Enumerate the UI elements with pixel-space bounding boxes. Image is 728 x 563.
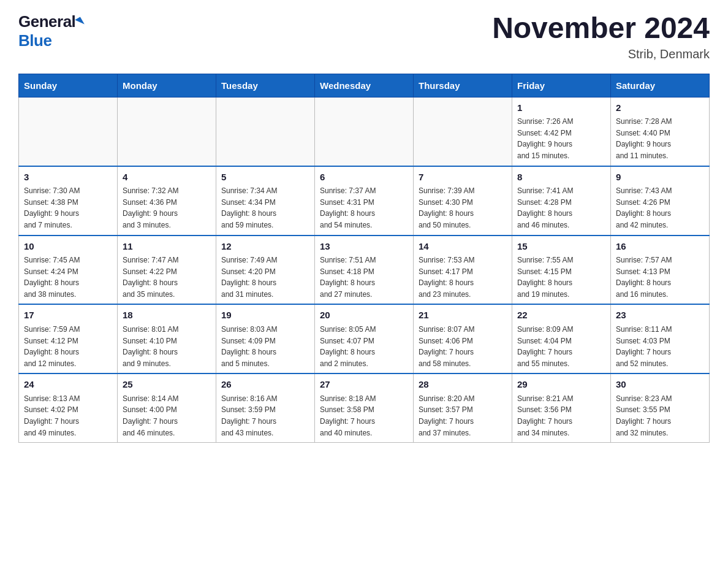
calendar-cell: 4Sunrise: 7:32 AM Sunset: 4:36 PM Daylig… <box>118 166 216 236</box>
day-info: Sunrise: 7:26 AM Sunset: 4:42 PM Dayligh… <box>517 116 605 161</box>
day-number: 18 <box>123 308 211 323</box>
logo: General Blue <box>18 12 83 50</box>
calendar-cell <box>315 97 414 166</box>
day-number: 26 <box>221 378 309 392</box>
logo-blue-text: Blue <box>18 31 51 50</box>
calendar-cell: 30Sunrise: 8:23 AM Sunset: 3:55 PM Dayli… <box>611 373 710 442</box>
day-info: Sunrise: 7:43 AM Sunset: 4:26 PM Dayligh… <box>616 185 704 231</box>
calendar-week-row: 17Sunrise: 7:59 AM Sunset: 4:12 PM Dayli… <box>19 304 710 373</box>
location: Strib, Denmark <box>492 47 710 61</box>
day-number: 2 <box>616 101 704 115</box>
calendar-header-wednesday: Wednesday <box>315 74 414 97</box>
calendar-cell: 3Sunrise: 7:30 AM Sunset: 4:38 PM Daylig… <box>19 166 118 236</box>
day-number: 30 <box>616 378 704 392</box>
day-number: 15 <box>517 240 605 254</box>
calendar-cell: 14Sunrise: 7:53 AM Sunset: 4:17 PM Dayli… <box>414 236 512 305</box>
day-number: 29 <box>517 378 605 392</box>
calendar-cell: 19Sunrise: 8:03 AM Sunset: 4:09 PM Dayli… <box>216 304 315 373</box>
calendar-cell: 26Sunrise: 8:16 AM Sunset: 3:59 PM Dayli… <box>216 373 315 442</box>
calendar-cell: 2Sunrise: 7:28 AM Sunset: 4:40 PM Daylig… <box>611 97 710 166</box>
day-number: 20 <box>320 308 408 323</box>
day-info: Sunrise: 7:32 AM Sunset: 4:36 PM Dayligh… <box>123 185 211 231</box>
calendar-cell: 20Sunrise: 8:05 AM Sunset: 4:07 PM Dayli… <box>315 304 414 373</box>
day-info: Sunrise: 7:51 AM Sunset: 4:18 PM Dayligh… <box>320 255 408 300</box>
calendar-cell: 8Sunrise: 7:41 AM Sunset: 4:28 PM Daylig… <box>512 166 611 236</box>
calendar-cell: 24Sunrise: 8:13 AM Sunset: 4:02 PM Dayli… <box>19 373 118 442</box>
calendar-cell <box>414 97 512 166</box>
day-number: 13 <box>320 240 408 254</box>
calendar-week-row: 1Sunrise: 7:26 AM Sunset: 4:42 PM Daylig… <box>19 97 710 166</box>
calendar-cell: 23Sunrise: 8:11 AM Sunset: 4:03 PM Dayli… <box>611 304 710 373</box>
day-info: Sunrise: 7:37 AM Sunset: 4:31 PM Dayligh… <box>320 185 408 231</box>
calendar-week-row: 24Sunrise: 8:13 AM Sunset: 4:02 PM Dayli… <box>19 373 710 442</box>
day-number: 14 <box>419 240 507 254</box>
day-number: 23 <box>616 308 704 323</box>
day-number: 10 <box>24 240 112 254</box>
calendar-cell: 11Sunrise: 7:47 AM Sunset: 4:22 PM Dayli… <box>118 236 216 305</box>
calendar-cell <box>19 97 118 166</box>
month-title: November 2024 <box>492 12 710 45</box>
calendar-week-row: 10Sunrise: 7:45 AM Sunset: 4:24 PM Dayli… <box>19 236 710 305</box>
day-number: 24 <box>24 378 112 392</box>
calendar-cell: 7Sunrise: 7:39 AM Sunset: 4:30 PM Daylig… <box>414 166 512 236</box>
calendar-cell: 13Sunrise: 7:51 AM Sunset: 4:18 PM Dayli… <box>315 236 414 305</box>
day-number: 21 <box>419 308 507 323</box>
day-info: Sunrise: 7:59 AM Sunset: 4:12 PM Dayligh… <box>24 324 112 369</box>
day-number: 12 <box>221 240 309 254</box>
day-info: Sunrise: 7:39 AM Sunset: 4:30 PM Dayligh… <box>419 185 507 231</box>
day-number: 3 <box>24 170 112 185</box>
calendar-cell <box>216 97 315 166</box>
calendar-header-monday: Monday <box>118 74 216 97</box>
calendar-cell: 10Sunrise: 7:45 AM Sunset: 4:24 PM Dayli… <box>19 236 118 305</box>
calendar-cell: 12Sunrise: 7:49 AM Sunset: 4:20 PM Dayli… <box>216 236 315 305</box>
day-info: Sunrise: 8:21 AM Sunset: 3:56 PM Dayligh… <box>517 393 605 439</box>
day-number: 11 <box>123 240 211 254</box>
calendar-cell: 27Sunrise: 8:18 AM Sunset: 3:58 PM Dayli… <box>315 373 414 442</box>
day-info: Sunrise: 7:49 AM Sunset: 4:20 PM Dayligh… <box>221 255 309 300</box>
logo-arrow-icon <box>75 17 85 27</box>
calendar: SundayMondayTuesdayWednesdayThursdayFrid… <box>18 74 710 443</box>
day-info: Sunrise: 7:45 AM Sunset: 4:24 PM Dayligh… <box>24 255 112 300</box>
day-info: Sunrise: 7:55 AM Sunset: 4:15 PM Dayligh… <box>517 255 605 300</box>
day-info: Sunrise: 8:23 AM Sunset: 3:55 PM Dayligh… <box>616 393 704 439</box>
day-info: Sunrise: 8:20 AM Sunset: 3:57 PM Dayligh… <box>419 393 507 439</box>
calendar-cell: 16Sunrise: 7:57 AM Sunset: 4:13 PM Dayli… <box>611 236 710 305</box>
calendar-header-friday: Friday <box>512 74 611 97</box>
day-number: 6 <box>320 170 408 185</box>
day-number: 19 <box>221 308 309 323</box>
day-info: Sunrise: 8:11 AM Sunset: 4:03 PM Dayligh… <box>616 324 704 369</box>
day-info: Sunrise: 7:57 AM Sunset: 4:13 PM Dayligh… <box>616 255 704 300</box>
day-number: 7 <box>419 170 507 185</box>
day-info: Sunrise: 8:16 AM Sunset: 3:59 PM Dayligh… <box>221 393 309 439</box>
day-number: 28 <box>419 378 507 392</box>
day-info: Sunrise: 8:09 AM Sunset: 4:04 PM Dayligh… <box>517 324 605 369</box>
day-number: 5 <box>221 170 309 185</box>
day-number: 8 <box>517 170 605 185</box>
day-number: 17 <box>24 308 112 323</box>
calendar-cell: 6Sunrise: 7:37 AM Sunset: 4:31 PM Daylig… <box>315 166 414 236</box>
calendar-header-row: SundayMondayTuesdayWednesdayThursdayFrid… <box>19 74 710 97</box>
day-info: Sunrise: 8:14 AM Sunset: 4:00 PM Dayligh… <box>123 393 211 439</box>
day-info: Sunrise: 8:01 AM Sunset: 4:10 PM Dayligh… <box>123 324 211 369</box>
calendar-header-sunday: Sunday <box>19 74 118 97</box>
calendar-header-thursday: Thursday <box>414 74 512 97</box>
calendar-cell: 28Sunrise: 8:20 AM Sunset: 3:57 PM Dayli… <box>414 373 512 442</box>
calendar-header-tuesday: Tuesday <box>216 74 315 97</box>
day-number: 4 <box>123 170 211 185</box>
day-number: 22 <box>517 308 605 323</box>
day-info: Sunrise: 8:07 AM Sunset: 4:06 PM Dayligh… <box>419 324 507 369</box>
calendar-cell: 15Sunrise: 7:55 AM Sunset: 4:15 PM Dayli… <box>512 236 611 305</box>
day-number: 16 <box>616 240 704 254</box>
day-number: 1 <box>517 101 605 115</box>
day-info: Sunrise: 7:28 AM Sunset: 4:40 PM Dayligh… <box>616 116 704 161</box>
title-area: November 2024 Strib, Denmark <box>492 12 710 61</box>
day-info: Sunrise: 7:53 AM Sunset: 4:17 PM Dayligh… <box>419 255 507 300</box>
calendar-cell: 17Sunrise: 7:59 AM Sunset: 4:12 PM Dayli… <box>19 304 118 373</box>
day-info: Sunrise: 7:41 AM Sunset: 4:28 PM Dayligh… <box>517 185 605 231</box>
calendar-cell: 5Sunrise: 7:34 AM Sunset: 4:34 PM Daylig… <box>216 166 315 236</box>
logo-general-text: General <box>18 12 75 31</box>
calendar-cell: 9Sunrise: 7:43 AM Sunset: 4:26 PM Daylig… <box>611 166 710 236</box>
day-number: 27 <box>320 378 408 392</box>
day-info: Sunrise: 7:34 AM Sunset: 4:34 PM Dayligh… <box>221 185 309 231</box>
day-number: 9 <box>616 170 704 185</box>
